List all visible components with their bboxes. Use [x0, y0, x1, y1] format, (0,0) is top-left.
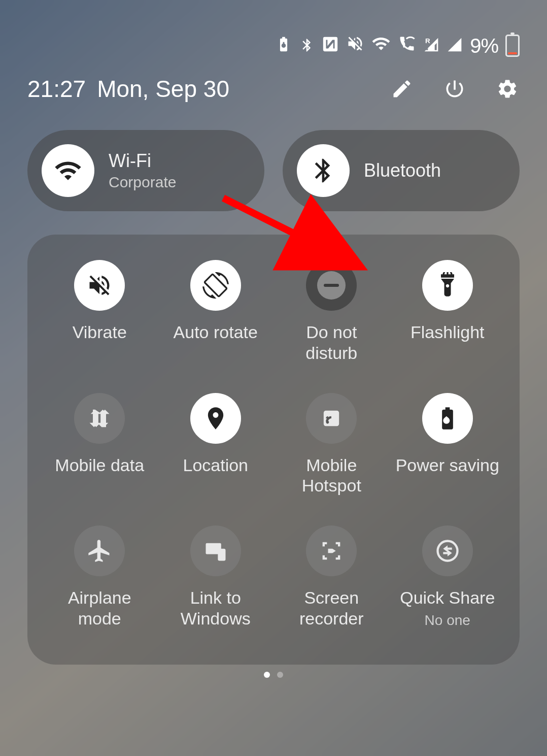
screen-recorder-icon	[306, 525, 357, 576]
wifi-status-icon	[371, 34, 391, 58]
bluetooth-title: Bluetooth	[364, 160, 441, 181]
leaf-battery-icon	[275, 35, 292, 57]
svg-point-2	[326, 420, 329, 423]
dnd-icon	[306, 260, 357, 311]
location-tile[interactable]: Location	[158, 393, 274, 497]
quick-share-label: Quick Share	[400, 587, 495, 608]
dnd-label: Do not disturb	[278, 322, 385, 364]
mobile-data-icon	[74, 393, 125, 444]
power-saving-icon	[422, 393, 473, 444]
vibrate-tile[interactable]: Vibrate	[42, 260, 158, 364]
mobile-hotspot-tile[interactable]: Mobile Hotspot	[274, 393, 390, 497]
link-windows-label: Link to Windows	[162, 587, 269, 629]
bluetooth-tile[interactable]: Bluetooth	[283, 130, 520, 211]
signal-status-icon	[447, 35, 463, 57]
vibrate-status-icon	[346, 35, 364, 57]
battery-percent: 9%	[470, 35, 498, 57]
wifi-icon	[42, 144, 94, 197]
link-windows-tile[interactable]: Link to Windows	[158, 525, 274, 629]
flashlight-label: Flashlight	[411, 322, 485, 343]
airplane-icon	[74, 525, 125, 576]
edit-button[interactable]	[390, 77, 414, 101]
battery-icon	[505, 35, 520, 57]
auto-rotate-label: Auto rotate	[174, 322, 258, 343]
location-label: Location	[183, 455, 248, 476]
wifi-subtitle: Corporate	[109, 174, 176, 191]
nfc-status-icon	[322, 35, 339, 57]
power-saving-tile[interactable]: Power saving	[390, 393, 506, 497]
signal-r-status-icon: R	[423, 35, 439, 57]
airplane-label: Airplane mode	[46, 587, 153, 629]
airplane-mode-tile[interactable]: Airplane mode	[42, 525, 158, 629]
flashlight-icon	[422, 260, 473, 311]
page-dot-2	[277, 672, 283, 678]
auto-rotate-icon	[190, 260, 241, 311]
power-saving-label: Power saving	[396, 455, 499, 476]
wifi-title: Wi-Fi	[109, 150, 176, 172]
clock-date: Mon, Sep 30	[97, 75, 229, 103]
screen-recorder-label: Screen recorder	[278, 587, 385, 629]
settings-button[interactable]	[495, 77, 520, 101]
dnd-tile[interactable]: Do not disturb	[274, 260, 390, 364]
quick-share-tile[interactable]: Quick Share No one	[390, 525, 506, 629]
screen-recorder-tile[interactable]: Screen recorder	[274, 525, 390, 629]
power-button[interactable]	[442, 77, 467, 101]
page-dot-1	[264, 672, 270, 678]
datetime: 21:27 Mon, Sep 30	[27, 75, 229, 103]
vibrate-label: Vibrate	[73, 322, 127, 343]
link-windows-icon	[190, 525, 241, 576]
location-icon	[190, 393, 241, 444]
bluetooth-icon	[297, 144, 350, 197]
mobile-data-label: Mobile data	[55, 455, 144, 476]
clock-time: 21:27	[27, 75, 86, 103]
quick-share-icon	[422, 525, 473, 576]
svg-rect-4	[218, 549, 225, 561]
panel-header: 21:27 Mon, Sep 30	[27, 75, 520, 103]
vowifi-status-icon	[398, 35, 416, 57]
quick-share-sub: No one	[425, 612, 470, 629]
mobile-hotspot-icon	[306, 393, 357, 444]
quick-settings-grid: Vibrate Auto rotate Do not disturb Flash…	[27, 235, 520, 665]
vibrate-icon	[74, 260, 125, 311]
flashlight-tile[interactable]: Flashlight	[390, 260, 506, 364]
page-indicator[interactable]	[27, 672, 520, 678]
wifi-tile[interactable]: Wi-Fi Corporate	[27, 130, 264, 211]
svg-text:R: R	[425, 37, 430, 45]
bluetooth-status-icon	[299, 35, 315, 57]
mobile-hotspot-label: Mobile Hotspot	[278, 455, 385, 497]
status-bar: R 9%	[27, 0, 520, 61]
auto-rotate-tile[interactable]: Auto rotate	[158, 260, 274, 364]
mobile-data-tile[interactable]: Mobile data	[42, 393, 158, 497]
